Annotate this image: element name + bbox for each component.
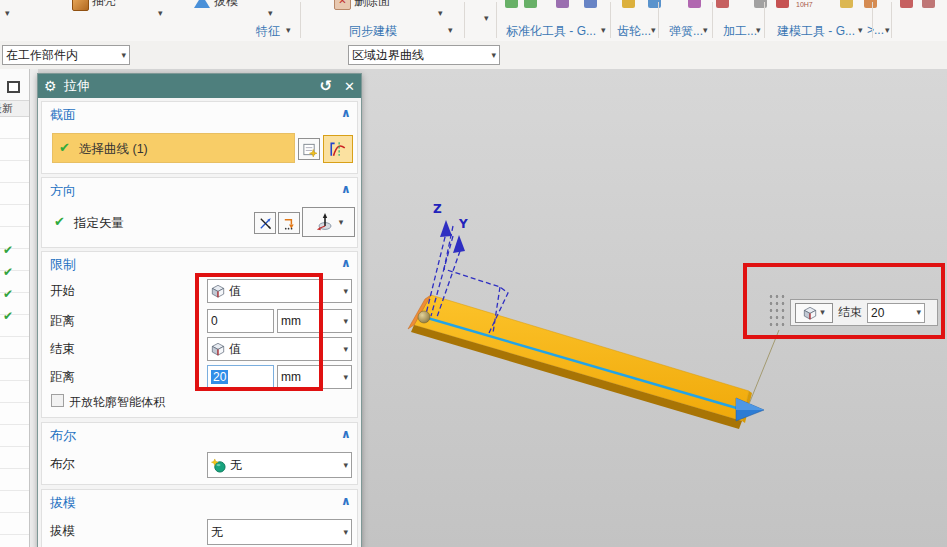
mini-toolbar-drag-handle[interactable]: [767, 292, 786, 329]
start-limit-dropdown[interactable]: 值 ▾: [207, 279, 352, 303]
start-distance-value: 0: [211, 314, 270, 328]
end-unit-dropdown[interactable]: mm ▾: [277, 365, 352, 389]
start-unit-dropdown[interactable]: mm ▾: [277, 309, 352, 333]
orient-vector-icon: [282, 216, 297, 231]
direction-group-header: 方向: [50, 182, 76, 200]
caret-icon: ▾: [343, 528, 348, 537]
nx-application-window: ▾ 抽壳 ▾ 拔模 ▾ ✕ 删除面 ▾ ▾ 10H7 特征 ▾ 同步建模 ▾ 标…: [0, 0, 947, 547]
cube-icon: [211, 342, 225, 356]
cube-icon: [211, 284, 225, 298]
end-distance-value: 20: [211, 370, 228, 384]
start-distance-input[interactable]: 0: [207, 309, 274, 333]
select-curve-field[interactable]: ✔ 选择曲线 (1): [52, 133, 295, 163]
close-icon[interactable]: ✕: [344, 79, 355, 94]
limits-group: 限制 ∧ 开始 值 ▾ 距离 0 mm ▾ 结束 值 ▾ 距离: [41, 251, 358, 418]
boolean-none-icon: [211, 458, 226, 473]
collapse-icon[interactable]: ∧: [341, 106, 351, 120]
end-label: 结束: [50, 341, 75, 358]
boolean-group: 布尔 ∧ 布尔 无 ▾: [41, 422, 358, 485]
start-limit-value: 值: [229, 283, 341, 300]
extrude-solid-top-face[interactable]: [414, 295, 749, 421]
vector-icon: [314, 212, 334, 232]
z-axis-label: Z: [433, 202, 442, 216]
collapse-icon[interactable]: ∧: [341, 256, 351, 270]
end-distance-field[interactable]: 20 ▾: [867, 303, 925, 323]
dialog-titlebar[interactable]: ⚙ 拉伸 ↺ ✕: [38, 74, 361, 98]
draft-value: 无: [211, 524, 341, 541]
section-centerline[interactable]: [424, 317, 740, 409]
caret-icon: ▾: [916, 308, 921, 317]
caret-icon: ▾: [343, 317, 348, 326]
sketch-section-button[interactable]: [298, 138, 320, 160]
end-limit-label: 结束: [838, 304, 862, 321]
draft-label: 拔模: [50, 523, 75, 540]
y-axis-arrowhead: [453, 235, 465, 253]
boolean-group-header: 布尔: [50, 427, 76, 445]
extrude-dialog: ⚙ 拉伸 ↺ ✕ 截面 ∧ ✔ 选择曲线 (1) 方向 ∧ ✔ 指定矢量: [37, 73, 362, 547]
end-limit-type-button[interactable]: ▾: [795, 303, 833, 323]
section-group: 截面 ∧ ✔ 选择曲线 (1): [41, 101, 358, 174]
collapse-icon[interactable]: ∧: [341, 427, 351, 441]
y-axis-label: Y: [458, 217, 468, 231]
reset-icon[interactable]: ↺: [320, 77, 333, 95]
end-unit-value: mm: [281, 370, 341, 384]
boolean-value: 无: [230, 457, 341, 474]
reverse-vector-button[interactable]: [254, 212, 276, 234]
draft-group: 拔模 ∧ 拔模 无 ▾: [41, 489, 358, 547]
end-distance-label: 距离: [50, 369, 75, 386]
caret-icon: ▾: [339, 218, 344, 227]
cross-vectors-icon: [258, 216, 273, 231]
vector-type-dropdown[interactable]: ▾: [302, 207, 355, 237]
drag-handle-sphere[interactable]: [418, 311, 430, 323]
limits-group-header: 限制: [50, 256, 76, 274]
direction-group: 方向 ∧ ✔ 指定矢量 ▾: [41, 177, 358, 248]
section-curve-icon: [329, 140, 347, 158]
mini-toolbar: ▾ 结束 20 ▾: [790, 299, 938, 326]
draft-group-header: 拔模: [50, 494, 76, 512]
vector-dialog-button[interactable]: [278, 212, 300, 234]
caret-icon: ▾: [820, 308, 825, 317]
check-icon: ✔: [54, 214, 65, 229]
end-limit-dropdown[interactable]: 值 ▾: [207, 337, 352, 361]
mini-toolbar-leader-line: [749, 330, 779, 404]
start-label: 开始: [50, 283, 75, 300]
select-curve-label: 选择曲线 (1): [79, 141, 148, 158]
collapse-icon[interactable]: ∧: [341, 494, 351, 508]
caret-icon: ▾: [343, 287, 348, 296]
collapse-icon[interactable]: ∧: [341, 182, 351, 196]
boolean-dropdown[interactable]: 无 ▾: [207, 452, 352, 478]
dialog-title: 拉伸: [64, 77, 320, 95]
open-profile-checkbox[interactable]: [51, 394, 64, 407]
specify-vector-label: 指定矢量: [74, 215, 124, 232]
caret-icon: ▾: [343, 345, 348, 354]
gear-icon: ⚙: [44, 78, 57, 94]
caret-icon: ▾: [343, 373, 348, 382]
z-axis-arrowhead: [440, 220, 452, 237]
check-icon: ✔: [59, 140, 70, 155]
end-distance-input[interactable]: 20: [207, 365, 274, 389]
open-profile-label: 开放轮廓智能体积: [69, 394, 165, 411]
sketch-icon: [302, 142, 317, 157]
curve-select-button[interactable]: [323, 135, 353, 163]
caret-icon: ▾: [343, 461, 348, 470]
section-group-header: 截面: [50, 106, 76, 124]
start-distance-label: 距离: [50, 313, 75, 330]
draft-dropdown[interactable]: 无 ▾: [207, 519, 352, 545]
boolean-label: 布尔: [50, 456, 75, 473]
start-unit-value: mm: [281, 314, 341, 328]
end-distance-value: 20: [871, 306, 914, 320]
end-limit-value: 值: [229, 341, 341, 358]
cube-icon: [803, 306, 817, 320]
